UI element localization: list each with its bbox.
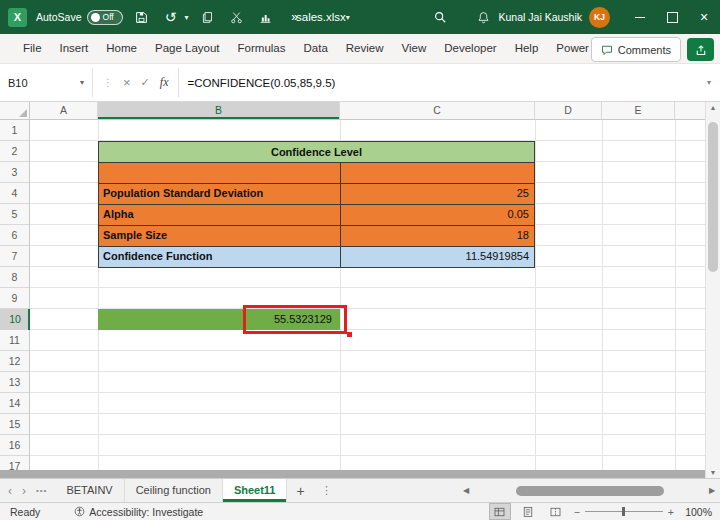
table-cell-label[interactable]: [99, 163, 341, 183]
save-icon[interactable]: [132, 6, 152, 28]
row-header-5[interactable]: 5: [0, 204, 29, 225]
user-name[interactable]: Kunal Jai Kaushik: [499, 11, 582, 23]
sheet-tab-ceiling-function[interactable]: Ceiling function: [125, 479, 223, 502]
copy-icon[interactable]: [198, 6, 218, 28]
row-header-16[interactable]: 16: [0, 435, 29, 456]
tab-file[interactable]: File: [14, 34, 51, 63]
scroll-right-icon[interactable]: ▶: [704, 486, 720, 495]
name-box-caret-icon[interactable]: ▾: [80, 78, 84, 87]
tab-insert[interactable]: Insert: [51, 34, 98, 63]
sheet-tab-sheet11[interactable]: Sheet11: [223, 479, 288, 502]
page-break-view-button[interactable]: [546, 504, 566, 519]
table-title-cell[interactable]: Confidence Level: [99, 142, 534, 162]
chart-icon[interactable]: [256, 6, 276, 28]
tab-home[interactable]: Home: [97, 34, 146, 63]
row-header-12[interactable]: 12: [0, 351, 29, 372]
table-cell-label[interactable]: Sample Size: [99, 226, 341, 246]
minimize-button[interactable]: [624, 0, 656, 34]
row-header-10[interactable]: 10: [0, 309, 30, 330]
sheet-list-icon[interactable]: •••: [36, 486, 47, 495]
column-header-b[interactable]: B: [98, 102, 340, 119]
tab-page-layout[interactable]: Page Layout: [146, 34, 229, 63]
horizontal-scroll-thumb[interactable]: [516, 486, 664, 496]
zoom-out-icon[interactable]: −: [574, 506, 580, 518]
maximize-button[interactable]: [656, 0, 688, 34]
zoom-level[interactable]: 100%: [682, 506, 712, 518]
sheet-tab-betainv[interactable]: BETAINV: [55, 479, 124, 502]
comments-button[interactable]: Comments: [591, 37, 681, 62]
formula-bar-expand-icon[interactable]: ▾: [698, 64, 720, 101]
excel-app-icon[interactable]: X: [8, 8, 27, 27]
vertical-scroll-thumb[interactable]: [708, 122, 718, 272]
table-cell-value[interactable]: 0.05: [341, 205, 534, 225]
tab-data[interactable]: Data: [295, 34, 337, 63]
column-header-e[interactable]: E: [602, 102, 675, 119]
table-cell-value[interactable]: 11.54919854: [341, 247, 534, 267]
row-header-11[interactable]: 11: [0, 330, 29, 351]
row-header-15[interactable]: 15: [0, 414, 29, 435]
table-cell-label[interactable]: Alpha: [99, 205, 341, 225]
cut-icon[interactable]: [227, 6, 247, 28]
row-header-6[interactable]: 6: [0, 225, 29, 246]
row-header-17[interactable]: 17: [0, 456, 29, 470]
page-layout-view-button[interactable]: [518, 504, 538, 519]
table-cell-value[interactable]: [341, 163, 534, 183]
tab-view[interactable]: View: [393, 34, 436, 63]
close-button[interactable]: ×: [688, 0, 720, 34]
row-header-9[interactable]: 9: [0, 288, 29, 309]
search-icon[interactable]: [430, 6, 450, 28]
row-header-7[interactable]: 7: [0, 246, 29, 267]
row-header-13[interactable]: 13: [0, 372, 29, 393]
horizontal-scroll-track[interactable]: [474, 479, 704, 502]
autosave-toggle[interactable]: AutoSave Off: [36, 10, 123, 25]
zoom-slider[interactable]: − +: [574, 506, 674, 518]
row-header-3[interactable]: 3: [0, 162, 29, 183]
row-header-1[interactable]: 1: [0, 120, 29, 141]
table-cell-label[interactable]: Confidence Function: [99, 247, 341, 267]
scroll-left-icon[interactable]: ◀: [458, 486, 474, 495]
worksheet-grid[interactable]: 1 2 3 4 5 6 7 8 9 10 11 12 13 14 15 16 1…: [0, 120, 705, 470]
undo-icon[interactable]: ↺: [161, 6, 181, 28]
row-header-14[interactable]: 14: [0, 393, 29, 414]
ribbon-right-actions: Comments: [591, 37, 714, 62]
share-button[interactable]: [687, 38, 714, 61]
sheet-next-icon[interactable]: ›: [22, 484, 26, 498]
tab-formulas[interactable]: Formulas: [229, 34, 295, 63]
confidence-table: Confidence Level Population Standard Dev…: [98, 141, 535, 268]
column-header-a[interactable]: A: [30, 102, 98, 119]
row-header-4[interactable]: 4: [0, 183, 29, 204]
document-title[interactable]: sales.xlsx ▾: [296, 0, 350, 34]
zoom-knob[interactable]: [622, 507, 625, 516]
user-avatar[interactable]: KJ: [589, 7, 610, 28]
tab-options-icon[interactable]: ⋮: [313, 479, 339, 502]
accessibility-status[interactable]: Accessibility: Investigate: [74, 506, 203, 518]
column-header-d[interactable]: D: [535, 102, 602, 119]
notification-bell-icon[interactable]: [474, 6, 494, 28]
table-cell-value[interactable]: 25: [341, 184, 534, 204]
zoom-track[interactable]: [585, 511, 663, 512]
normal-view-button[interactable]: [490, 504, 510, 519]
table-cell-label[interactable]: Population Standard Deviation: [99, 184, 341, 204]
table-cell-value[interactable]: 18: [341, 226, 534, 246]
formula-input[interactable]: =CONFIDENCE(0.05,85,9.5): [179, 64, 698, 101]
zoom-in-icon[interactable]: +: [668, 506, 674, 518]
vertical-scrollbar[interactable]: ▲ ▼: [705, 102, 720, 478]
add-sheet-button[interactable]: +: [287, 479, 313, 502]
autosave-switch[interactable]: Off: [87, 10, 123, 25]
name-box[interactable]: B10 ▾: [0, 64, 92, 101]
undo-caret-icon[interactable]: ▾: [185, 13, 189, 22]
tab-review[interactable]: Review: [337, 34, 393, 63]
select-all-corner[interactable]: [0, 102, 30, 119]
confirm-entry-icon[interactable]: ✓: [141, 76, 150, 89]
scroll-up-icon[interactable]: ▲: [706, 104, 720, 111]
row-header-2[interactable]: 2: [0, 141, 29, 162]
cancel-entry-icon[interactable]: ×: [123, 75, 131, 90]
tab-help[interactable]: Help: [506, 34, 548, 63]
tab-developer[interactable]: Developer: [435, 34, 505, 63]
row-header-8[interactable]: 8: [0, 267, 29, 288]
sheet-prev-icon[interactable]: ‹: [8, 484, 12, 498]
scroll-down-icon[interactable]: ▼: [706, 469, 720, 476]
insert-function-icon[interactable]: fx: [160, 75, 169, 90]
column-header-c[interactable]: C: [340, 102, 535, 119]
horizontal-scrollbar[interactable]: ◀ ▶: [458, 479, 720, 502]
